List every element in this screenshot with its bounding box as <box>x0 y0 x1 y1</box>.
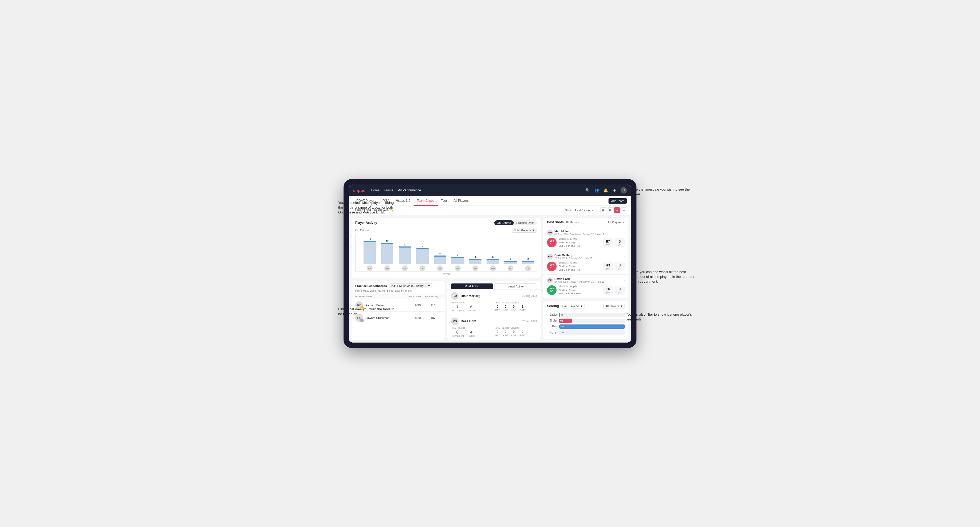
lb-rank-badge-0: 1 <box>360 306 364 310</box>
scoring-filter1[interactable]: Par 3, 4 & 5s ▼ <box>561 304 585 308</box>
active-panel-header: Most Active Least Active <box>447 281 541 289</box>
player-activity-card: Player Activity On Course Practice Drill… <box>352 218 541 278</box>
app-label-0: APP <box>503 309 508 311</box>
gtt-stat-0: 0 GTT <box>495 305 500 311</box>
shot-avatar-1: BM <box>547 254 553 259</box>
lb-dropdown-chevron-icon: ▼ <box>428 284 431 287</box>
on-course-tab[interactable]: On Course <box>494 221 514 225</box>
app-stat-1: 0 APP <box>503 330 508 337</box>
y-label-5: 5 <box>352 257 352 260</box>
view-icons: ⊞ ⊟ ♥ ≡ <box>600 207 627 213</box>
lb-score-1: 18/20 <box>409 316 425 319</box>
bar-avatar-9: LR <box>525 265 531 271</box>
shot-info-1: Shot Dist: 43 yds Start Lie: Rough End L… <box>559 261 601 272</box>
lb-avatar-0: RB 1 <box>355 301 363 309</box>
view-heart-button[interactable]: ♥ <box>614 207 620 213</box>
bar-chart-wrapper: 15 10 5 0 13 BM <box>355 234 537 275</box>
gtt-stat-1: 0 GTT <box>495 330 500 337</box>
show-chevron-icon[interactable]: ▼ <box>596 209 598 211</box>
lb-score-0: 19/20 <box>409 304 425 307</box>
sub-nav-all-players[interactable]: All Players <box>450 196 472 206</box>
scoring-bar-val-birdies: 96 <box>560 319 563 322</box>
best-shots-header: Best Shots All Shots ▼ All Players ▼ <box>543 218 628 227</box>
search-icon[interactable]: 🔍 <box>584 187 591 194</box>
active-player-card-0: BM Blair McHarg 26 Aug 2023 Total Rounds <box>447 289 541 314</box>
bar-value-8: 2 <box>510 258 511 260</box>
active-player-name-0: Blair McHarg <box>461 294 480 298</box>
scoring-bar-track-pars: 499 <box>559 324 625 329</box>
shot-row-2[interactable]: DF David Ford 24 Aug 2023 · Royal North … <box>543 275 628 298</box>
active-player-left-0: BM Blair McHarg <box>451 292 480 300</box>
active-player-date-1: 02 Sep 2023 <box>522 320 537 323</box>
shot-player-row-2: DF David Ford 24 Aug 2023 · Royal North … <box>547 277 625 283</box>
active-player-name-1: Rees Britt <box>461 319 476 323</box>
player-activity-header: Player Activity On Course Practice Drill… <box>352 218 541 228</box>
shot-badge-2: 198 SG <box>547 285 557 295</box>
shot-player-row-1: BM Blair McHarg 23 Jul 2023 · Ashridge G… <box>547 254 625 259</box>
shot-details-row-0: 200 SG Shot Dist: 67 yds Start Lie: Roug… <box>547 237 625 248</box>
tournament-stat-1: 8 Tournament <box>451 330 464 337</box>
shot-row-1[interactable]: BM Blair McHarg 23 Jul 2023 · Ashridge G… <box>543 251 628 275</box>
bell-icon[interactable]: 🔔 <box>602 187 609 194</box>
shot-row-0[interactable]: MM Matt Miller 09 Jun 2023 · Royal North… <box>543 227 628 251</box>
scoring-filter2[interactable]: All Players ▼ <box>603 304 625 308</box>
scoring-card: Scoring Par 3, 4 & 5s ▼ All Players ▼ <box>543 301 628 339</box>
bar-highlight-3 <box>416 248 428 249</box>
plus-circle-icon[interactable]: ⊕ <box>611 187 618 194</box>
total-rounds-label-1: Total Rounds <box>451 327 493 329</box>
sub-nav-team-clippd[interactable]: Team Clippd <box>414 196 438 206</box>
scoring-bar-row-pars: Pars 499 <box>547 324 625 329</box>
scoring-bar-val-bogeys: 115 <box>560 331 564 334</box>
most-active-tab[interactable]: Most Active <box>451 284 493 289</box>
view-list-button[interactable]: ≡ <box>621 207 627 213</box>
best-shots-filter2[interactable]: All Players ▼ <box>608 221 625 224</box>
bar-avatar-5: GB <box>455 265 461 271</box>
add-team-button[interactable]: Add Team <box>609 198 627 204</box>
view-grid2-button[interactable]: ⊟ <box>607 207 613 213</box>
scoring-header: Scoring Par 3, 4 & 5s ▼ All Players ▼ <box>543 301 628 311</box>
total-rounds-sub-0: 7 Tournament 6 Practice <box>451 305 493 312</box>
shot-metric-label-1-2: yds <box>618 267 621 270</box>
bar-0 <box>363 241 376 264</box>
app-val-0: 0 <box>504 305 506 308</box>
practice-val-0: 6 <box>470 305 473 309</box>
bar-value-6: 3 <box>474 256 476 259</box>
chart-filter-button[interactable]: Total Rounds ▼ <box>512 228 537 233</box>
shot-player-name-1: Blair McHarg <box>554 254 622 257</box>
shot-details-row-2: 198 SG Shot Dist: 16 yds Start Lie: Roug… <box>547 285 625 296</box>
nav-link-home[interactable]: Home <box>371 189 379 192</box>
shot-metric-val-0-1: 67 <box>606 239 610 243</box>
nav-link-my-performance[interactable]: My Performance <box>398 189 421 192</box>
scoring-bar-fill-eagles <box>559 313 560 317</box>
show-value[interactable]: Last 3 months <box>575 209 593 212</box>
right-column: Best Shots All Shots ▼ All Players ▼ <box>543 218 628 340</box>
practice-activities-sub-1: 0 GTT 0 APP <box>495 330 537 337</box>
shot-metric-label-2-1: yds <box>606 291 609 294</box>
bar-highlight-8 <box>504 261 517 262</box>
bar-group-1: 12 RB <box>379 240 395 271</box>
shot-metric-val-1-2: 0 <box>619 263 621 267</box>
nav-link-teams[interactable]: Teams <box>384 189 393 192</box>
bar-5 <box>451 257 464 264</box>
shot-metric-label-0-1: yds <box>606 243 609 246</box>
sub-nav-tour[interactable]: Tour <box>438 196 450 206</box>
practice-drills-tab[interactable]: Practice Drills <box>514 221 537 225</box>
shot-course-2: 24 Aug 2023 · Royal North Devon GC, Hole… <box>554 281 622 283</box>
shot-metric-2-2: 0 yds <box>615 286 625 295</box>
view-grid4-button[interactable]: ⊞ <box>600 207 606 213</box>
best-shots-filter1[interactable]: All Shots ▼ <box>565 221 580 224</box>
least-active-tab[interactable]: Least Active <box>495 284 537 289</box>
total-rounds-group-0: Total Rounds 7 Tournament 6 <box>451 301 493 312</box>
lb-subtitle: PUTT Must Make Putting (3-6 ft), Last 3 … <box>355 289 441 292</box>
people-icon[interactable]: 👥 <box>593 187 600 194</box>
bar-group-6: 3 RB <box>468 256 483 271</box>
bar-highlight-5 <box>451 257 464 258</box>
best-shots-title: Best Shots <box>547 221 564 224</box>
filter1-chevron-icon: ▼ <box>578 221 580 224</box>
y-label-15: 15 <box>352 234 352 237</box>
chart-section: On Course Total Rounds ▼ 15 <box>352 228 541 278</box>
lb-dropdown[interactable]: PUTT Must Make Putting ... ▼ <box>389 284 433 288</box>
top-nav: clippd Home Teams My Performance 🔍 👥 🔔 ⊕… <box>349 184 631 196</box>
scoring-bar-fill-pars: 499 <box>559 324 625 329</box>
y-label-10: 10 <box>352 246 352 248</box>
